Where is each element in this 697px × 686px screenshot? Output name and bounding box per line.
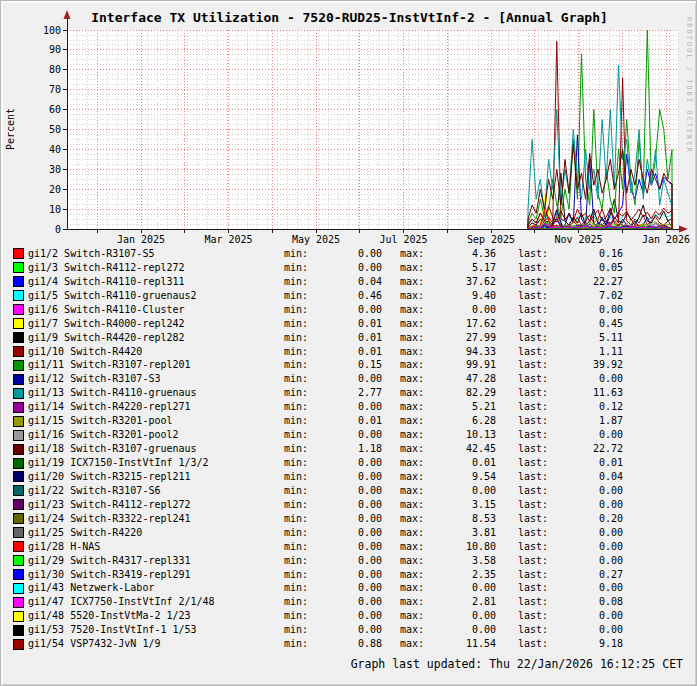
last-value: 0.04	[550, 472, 623, 482]
legend-series-name: gi1/53 7520-InstVtInf-1_1/53	[28, 625, 284, 635]
y-tick-label: 50	[49, 124, 61, 135]
last-label: last:	[518, 402, 550, 412]
max-label: max:	[400, 458, 426, 468]
max-label: max:	[400, 388, 426, 398]
min-label: min:	[284, 444, 310, 454]
x-tick-label: Jul 2025	[379, 234, 427, 245]
last-label: last:	[518, 639, 550, 649]
last-value: 0.12	[550, 402, 623, 412]
max-value: 42.45	[426, 444, 496, 454]
min-value: 0.04	[310, 277, 382, 287]
min-value: 0.00	[310, 374, 382, 384]
legend-series-name: gi1/2 Switch-R3107-S5	[28, 249, 284, 259]
legend-color-swatch	[13, 444, 24, 455]
legend-series-name: gi1/6 Switch-R4110-Cluster	[28, 305, 284, 315]
last-label: last:	[518, 625, 550, 635]
min-label: min:	[284, 472, 310, 482]
max-label: max:	[400, 249, 426, 259]
min-label: min:	[284, 374, 310, 384]
min-value: 1.18	[310, 444, 382, 454]
max-value: 2.81	[426, 597, 496, 607]
legend-row: gi1/13 Switch-R4110-gruenaus min: 2.77 m…	[13, 386, 686, 400]
max-label: max:	[400, 430, 426, 440]
legend: gi1/2 Switch-R3107-S5 min: 0.00 max: 4.3…	[13, 247, 686, 651]
min-value: 0.00	[310, 528, 382, 538]
legend-series-name: gi1/28 H-NAS	[28, 542, 284, 552]
last-value: 22.27	[550, 277, 623, 287]
legend-color-swatch	[13, 611, 24, 622]
min-label: min:	[284, 430, 310, 440]
last-value: 0.00	[550, 374, 623, 384]
last-value: 1.11	[550, 347, 623, 357]
max-value: 11.54	[426, 639, 496, 649]
legend-series-name: gi1/11 Switch-R3107-repl201	[28, 360, 284, 370]
last-value: 9.18	[550, 639, 623, 649]
max-value: 6.28	[426, 416, 496, 426]
legend-row: gi1/25 Switch-R4220 min: 0.00 max: 3.81 …	[13, 526, 686, 540]
max-label: max:	[400, 291, 426, 301]
legend-row: gi1/4 Switch-R4110-repl311 min: 0.04 max…	[13, 275, 686, 289]
max-value: 4.36	[426, 249, 496, 259]
legend-color-swatch	[13, 346, 24, 357]
min-value: 0.00	[310, 625, 382, 635]
legend-row: gi1/18 Switch-R3107-gruenaus min: 1.18 m…	[13, 442, 686, 456]
legend-series-name: gi1/12 Switch-R3107-S3	[28, 374, 284, 384]
legend-series-name: gi1/18 Switch-R3107-gruenaus	[28, 444, 284, 454]
legend-row: gi1/24 Switch-R3322-repl241 min: 0.00 ma…	[13, 512, 686, 526]
legend-color-swatch	[13, 388, 24, 399]
legend-row: gi1/9 Switch-R4420-repl282 min: 0.01 max…	[13, 331, 686, 345]
min-label: min:	[284, 347, 310, 357]
min-value: 0.01	[310, 319, 382, 329]
last-label: last:	[518, 500, 550, 510]
legend-color-swatch	[13, 569, 24, 580]
legend-color-swatch	[13, 332, 24, 343]
last-value: 0.00	[550, 528, 623, 538]
legend-series-name: gi1/3 Switch-R4112-repl272	[28, 263, 284, 273]
min-value: 0.01	[310, 347, 382, 357]
legend-series-name: gi1/30 Switch-R3419-repl291	[28, 570, 284, 580]
last-label: last:	[518, 277, 550, 287]
min-value: 0.00	[310, 597, 382, 607]
last-value: 0.01	[550, 458, 623, 468]
max-label: max:	[400, 277, 426, 287]
legend-row: gi1/2 Switch-R3107-S5 min: 0.00 max: 4.3…	[13, 247, 686, 261]
max-value: 82.29	[426, 388, 496, 398]
last-label: last:	[518, 360, 550, 370]
max-label: max:	[400, 360, 426, 370]
last-label: last:	[518, 374, 550, 384]
legend-series-name: gi1/23 Switch-R4112-repl272	[28, 500, 284, 510]
last-value: 0.16	[550, 249, 623, 259]
min-value: 0.00	[310, 583, 382, 593]
last-value: 11.63	[550, 388, 623, 398]
max-label: max:	[400, 374, 426, 384]
y-axis-arrow	[64, 10, 71, 19]
legend-series-name: gi1/9 Switch-R4420-repl282	[28, 333, 284, 343]
legend-row: gi1/14 Switch-R4220-repl271 min: 0.00 ma…	[13, 400, 686, 414]
legend-series-name: gi1/25 Switch-R4220	[28, 528, 284, 538]
y-tick-label: 0	[55, 224, 61, 235]
last-label: last:	[518, 597, 550, 607]
legend-color-swatch	[13, 276, 24, 287]
y-tick-label: 20	[49, 184, 61, 195]
max-label: max:	[400, 444, 426, 454]
last-label: last:	[518, 611, 550, 621]
legend-color-swatch	[13, 471, 24, 482]
min-label: min:	[284, 360, 310, 370]
max-label: max:	[400, 542, 426, 552]
max-value: 0.01	[426, 458, 496, 468]
last-label: last:	[518, 347, 550, 357]
max-value: 5.17	[426, 263, 496, 273]
last-value: 0.00	[550, 625, 623, 635]
min-label: min:	[284, 611, 310, 621]
min-label: min:	[284, 556, 310, 566]
y-tick-label: 60	[49, 104, 61, 115]
legend-color-swatch	[13, 499, 24, 510]
legend-color-swatch	[13, 625, 24, 636]
last-value: 0.08	[550, 597, 623, 607]
max-label: max:	[400, 486, 426, 496]
last-value: 0.05	[550, 263, 623, 273]
max-value: 9.54	[426, 472, 496, 482]
max-label: max:	[400, 583, 426, 593]
y-tick-label: 90	[49, 44, 61, 55]
max-value: 99.91	[426, 360, 496, 370]
